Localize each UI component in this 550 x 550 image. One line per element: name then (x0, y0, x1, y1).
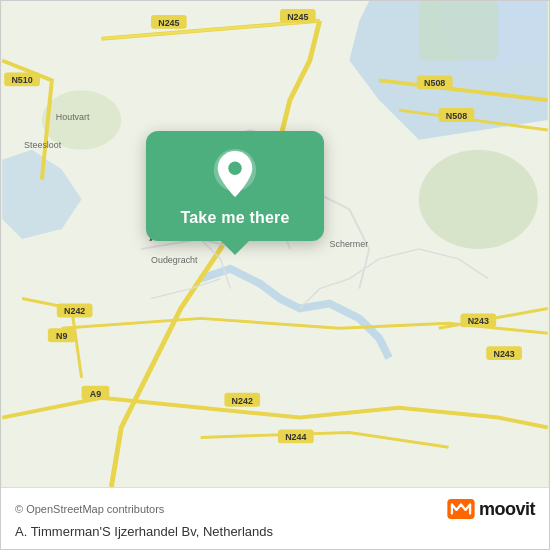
svg-text:N244: N244 (285, 432, 306, 442)
svg-text:N242: N242 (64, 306, 85, 316)
location-pin-icon (213, 149, 257, 199)
svg-text:N242: N242 (232, 396, 253, 406)
svg-point-34 (228, 162, 241, 175)
svg-text:N510: N510 (11, 75, 32, 85)
svg-rect-2 (419, 1, 498, 61)
copyright-text: © OpenStreetMap contributors (15, 503, 164, 515)
svg-text:N508: N508 (446, 111, 467, 121)
take-me-there-popup[interactable]: Take me there (146, 131, 324, 241)
svg-text:A9: A9 (90, 389, 101, 399)
take-me-there-label: Take me there (180, 209, 289, 227)
moovit-text: moovit (479, 499, 535, 520)
map-svg: N245 N245 N510 N508 N508 N242 N242 N243 … (1, 1, 549, 487)
moovit-logo: moovit (447, 499, 535, 520)
map-container[interactable]: N245 N245 N510 N508 N508 N242 N242 N243 … (1, 1, 549, 487)
svg-text:N9: N9 (56, 331, 67, 341)
business-name: A. Timmerman'S Ijzerhandel Bv, Netherlan… (15, 524, 535, 539)
footer-top: © OpenStreetMap contributors moovit (15, 499, 535, 520)
svg-text:N245: N245 (158, 18, 179, 28)
app-container: N245 N245 N510 N508 N508 N242 N242 N243 … (0, 0, 550, 550)
svg-text:Schermer: Schermer (330, 239, 369, 249)
svg-text:N245: N245 (287, 12, 308, 22)
moovit-m-icon (447, 499, 475, 519)
svg-text:Steesloot: Steesloot (24, 140, 62, 150)
svg-text:Oudegracht: Oudegracht (151, 255, 198, 265)
svg-text:N243: N243 (493, 349, 514, 359)
footer: © OpenStreetMap contributors moovit A. T… (1, 487, 549, 549)
svg-text:N243: N243 (468, 316, 489, 326)
svg-text:Houtvart: Houtvart (56, 112, 90, 122)
svg-point-1 (419, 150, 538, 249)
svg-text:N508: N508 (424, 78, 445, 88)
